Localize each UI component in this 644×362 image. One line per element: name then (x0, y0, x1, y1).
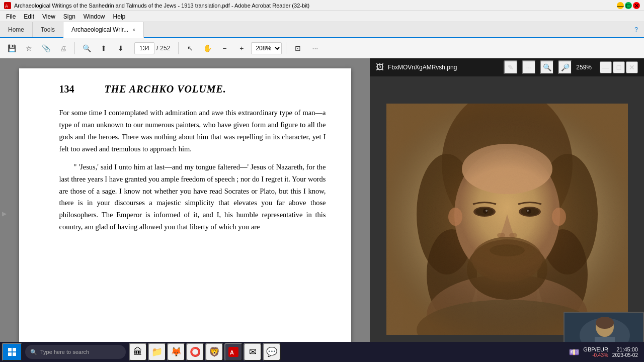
pdf-page: 134 THE ARCHKO VOLUME. For some time I c… (19, 68, 351, 360)
svg-rect-39 (8, 352, 12, 356)
menu-view[interactable]: View (38, 12, 59, 21)
print-button[interactable]: 🖨 (55, 41, 70, 56)
image-content: Simona Panaitescu (370, 76, 644, 362)
title-text: Archaeological Writings of the Sanhedrin… (14, 3, 309, 9)
prev-page-button[interactable]: ⬆ (96, 41, 111, 56)
maximize-button[interactable]: □ (625, 2, 632, 9)
image-maximize[interactable]: □ (613, 61, 625, 73)
taskbar-folder[interactable]: 📁 (148, 343, 166, 361)
taskbar: 🔍 Type here to search 🏛 📁 🦊 ⭕ 🦁 A ✉ 💬 💷 … (0, 342, 644, 362)
menu-help[interactable]: Help (109, 12, 130, 21)
image-zoom-level: 259% (576, 64, 592, 71)
taskbar-brave[interactable]: 🦁 (205, 343, 223, 361)
zoom-out-button[interactable]: − (217, 41, 232, 56)
page-navigation: 134 / 252 (134, 42, 170, 54)
zoom-out-image[interactable]: 🔍 (540, 60, 554, 74)
image-more-button[interactable]: ··· (522, 60, 536, 74)
app-icon: A (4, 2, 11, 9)
currency-icon: 💷 (569, 347, 579, 357)
pdf-panel: ▶ 134 THE ARCHKO VOLUME. For some time I… (0, 58, 370, 362)
tab-home-label: Home (8, 26, 24, 33)
tab-home[interactable]: Home (0, 22, 33, 37)
page-separator: / (156, 45, 158, 52)
jesus-portrait (386, 104, 628, 335)
image-win-controls: — □ ✕ (600, 61, 638, 73)
toolbar: 💾 ☆ 📎 🖨 🔍 ⬆ ⬇ 134 / 252 ↖ ✋ − + 208% 50%… (0, 38, 644, 58)
svg-point-36 (596, 317, 614, 329)
search-icon: 🔍 (30, 349, 37, 355)
help-button[interactable]: ? (628, 22, 644, 37)
taskbar-search[interactable]: 🔍 Type here to search (25, 345, 126, 359)
page-total: 252 (160, 45, 170, 52)
zoom-in-button[interactable]: + (234, 41, 249, 56)
clock: 21:45:00 2023-05-02 (612, 346, 638, 358)
pdf-content: For some time I contemplated with admira… (59, 107, 326, 233)
image-filename: FbxMOVnXgAMRvsh.png (388, 64, 500, 71)
image-minimize[interactable]: — (600, 61, 612, 73)
svg-rect-38 (13, 348, 16, 351)
tab-tools-label: Tools (41, 26, 55, 33)
title-bar: A Archaeological Writings of the Sanhedr… (0, 0, 644, 11)
image-panel: 🖼 FbxMOVnXgAMRvsh.png ✎ ··· 🔍 🔎 259% — □… (370, 58, 644, 362)
page-header: 134 THE ARCHKO VOLUME. (59, 83, 326, 95)
more-tools-button[interactable]: ··· (307, 41, 323, 56)
fit-page-button[interactable]: ⊡ (290, 41, 305, 56)
menu-file[interactable]: File (2, 12, 20, 21)
image-edit-button[interactable]: ✎ (504, 60, 518, 74)
clock-time: 21:45:00 (616, 346, 638, 352)
image-topbar: 🖼 FbxMOVnXgAMRvsh.png ✎ ··· 🔍 🔎 259% — □… (370, 58, 644, 76)
window-controls: — □ ✕ (617, 2, 640, 9)
menu-window[interactable]: Window (79, 12, 109, 21)
svg-rect-40 (13, 352, 16, 356)
taskbar-mail[interactable]: ✉ (244, 343, 262, 361)
close-button[interactable]: ✕ (633, 2, 640, 9)
menu-bar: File Edit View Sign Window Help (0, 11, 644, 22)
tab-tools[interactable]: Tools (33, 22, 63, 37)
tab-bar: Home Tools Archaeological Wrir... × ? (0, 22, 644, 38)
page-number: 134 (59, 83, 74, 95)
separator-3 (286, 42, 286, 54)
start-button[interactable] (2, 343, 22, 361)
search-placeholder: Type here to search (40, 349, 89, 355)
currency-change: -0.43% (592, 352, 608, 358)
zoom-select[interactable]: 208% 50% 75% 100% 125% 150% 175% 200% 25… (251, 42, 282, 54)
taskbar-explorer[interactable]: 🏛 (129, 343, 147, 361)
taskbar-chat[interactable]: 💬 (263, 343, 281, 361)
tab-doc-label: Archaeological Wrir... (71, 26, 128, 33)
paragraph-2: " 'Jesus,' said I unto him at last—and m… (59, 161, 326, 234)
separator-1 (74, 42, 75, 54)
taskbar-apps: 🏛 📁 🦊 ⭕ 🦁 A ✉ 💬 (129, 343, 281, 361)
main-area: ▶ 134 THE ARCHKO VOLUME. For some time I… (0, 58, 644, 362)
select-tool[interactable]: ↖ (183, 41, 198, 56)
image-icon: 🖼 (376, 63, 384, 72)
currency-pair: GBP/EUR (583, 346, 608, 352)
bookmark-button[interactable]: ☆ (21, 41, 36, 56)
next-page-button[interactable]: ⬇ (113, 41, 128, 56)
hand-tool[interactable]: ✋ (200, 41, 215, 56)
zoom-out-toolbar[interactable]: 🔍 (79, 41, 94, 56)
menu-sign[interactable]: Sign (59, 12, 79, 21)
side-arrow[interactable]: ▶ (2, 210, 7, 217)
taskbar-right: 💷 GBP/EUR -0.43% 21:45:00 2023-05-02 (569, 346, 642, 358)
page-number-input[interactable]: 134 (134, 42, 154, 54)
image-close[interactable]: ✕ (626, 61, 638, 73)
svg-rect-31 (386, 104, 628, 335)
separator-2 (178, 42, 179, 54)
svg-text:A: A (5, 4, 8, 9)
close-tab-button[interactable]: × (132, 27, 135, 33)
page-title-text: THE ARCHKO VOLUME. (105, 83, 226, 95)
save-button[interactable]: 💾 (4, 41, 19, 56)
tab-document[interactable]: Archaeological Wrir... × (63, 22, 144, 38)
svg-rect-37 (8, 348, 12, 351)
taskbar-acrobat[interactable]: A (224, 343, 243, 361)
zoom-in-image[interactable]: 🔎 (558, 60, 572, 74)
svg-text:A: A (230, 349, 234, 355)
menu-edit[interactable]: Edit (20, 12, 38, 21)
taskbar-opera[interactable]: ⭕ (186, 343, 204, 361)
paragraph-1: For some time I contemplated with admira… (59, 107, 326, 155)
minimize-button[interactable]: — (617, 2, 624, 9)
currency-info: GBP/EUR -0.43% (583, 346, 608, 358)
attach-button[interactable]: 📎 (38, 41, 53, 56)
clock-date: 2023-05-02 (612, 352, 638, 358)
taskbar-firefox[interactable]: 🦊 (167, 343, 185, 361)
